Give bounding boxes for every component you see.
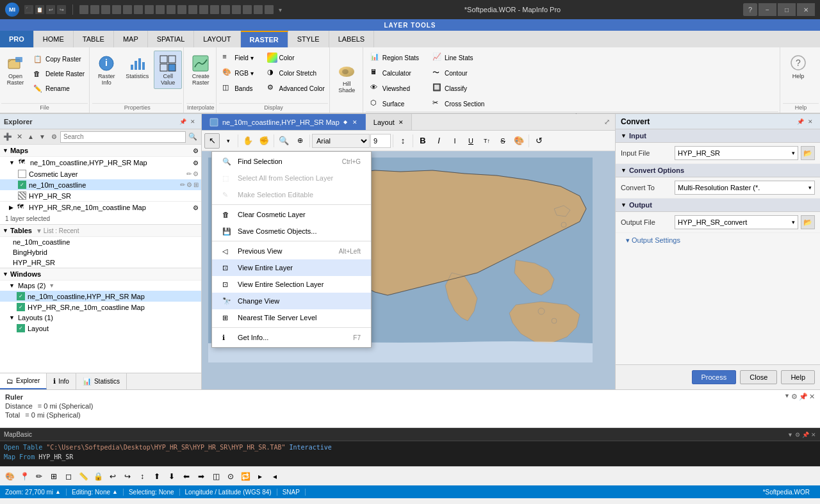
surface-button[interactable]: ⬡ Surface — [366, 97, 427, 111]
ctx-clear-cosmetic[interactable]: 🗑 Clear Cosmetic Layer — [212, 206, 371, 223]
select-tool-btn[interactable]: ↖ — [204, 133, 220, 149]
coastline-edit-icon[interactable]: ✏ — [180, 181, 185, 188]
toolbar-icon-1[interactable] — [79, 5, 88, 14]
mapbasic-content[interactable]: Open Table "C:\Users\Softpedia\Desktop\H… — [0, 441, 820, 466]
rgb-button[interactable]: 🎨 RGB ▾ — [219, 66, 256, 80]
close-convert-button[interactable]: Close — [740, 370, 777, 384]
ruler-close-icon[interactable]: ✕ — [809, 393, 815, 401]
bottom-ruler-tool[interactable]: 📏 — [76, 469, 90, 484]
tool-dropdown[interactable]: ▾ — [220, 133, 236, 149]
map-tab-main[interactable]: ne_10m_coastline,HYP_HR_SR Map ◆ ✕ — [202, 114, 366, 130]
close-button[interactable]: ✕ — [797, 3, 815, 16]
coastline-extra-icon[interactable]: ⊞ — [193, 181, 199, 188]
map-tab-layout-close[interactable]: ✕ — [398, 119, 404, 126]
bands-button[interactable]: ◫ Bands — [219, 81, 256, 95]
font-selector[interactable]: Arial — [312, 134, 370, 148]
tab-spatial[interactable]: SPATIAL — [148, 31, 195, 47]
cell-value-button[interactable]: CellValue — [154, 51, 182, 89]
map1-settings-icon[interactable]: ⚙ — [193, 159, 199, 167]
zoom-tool-btn[interactable]: 🔍 — [276, 133, 291, 149]
field-button[interactable]: ≡ Field ▾ — [219, 51, 256, 65]
maximize-button[interactable]: □ — [778, 3, 796, 16]
advanced-color-button[interactable]: ⚙ Advanced Color — [264, 81, 328, 95]
bottom-circle-tool[interactable]: ⊙ — [224, 469, 238, 484]
copy-raster-button[interactable]: 📋 Copy Raster — [30, 52, 88, 66]
create-raster-button[interactable]: CreateRaster — [186, 51, 215, 89]
region-stats-button[interactable]: 📊 Region Stats — [366, 51, 427, 65]
map1-item[interactable]: ▼ 🗺 ne_10m_coastline,HYP_HR_SR Map ⚙ — [0, 157, 201, 168]
ruler-pin-icon[interactable]: 📌 — [799, 393, 808, 401]
mapbasic-close-icon[interactable]: ✕ — [811, 432, 816, 438]
toolbar-icon-2[interactable] — [90, 5, 99, 14]
output-section-header[interactable]: ▼ Output — [616, 199, 820, 212]
viewshed-button[interactable]: 👁 Viewshed — [366, 81, 427, 95]
raster-info-button[interactable]: i RasterInfo — [92, 51, 120, 89]
toolbar-icon-10[interactable] — [177, 5, 186, 14]
window-map2-checkbox[interactable]: ✓ — [17, 303, 25, 311]
convert-close-icon[interactable]: ✕ — [806, 117, 815, 126]
tab-labels[interactable]: LABELS — [329, 31, 375, 47]
bottom-pin-tool[interactable]: 📍 — [17, 469, 31, 484]
bottom-grid-tool[interactable]: ⊞ — [47, 469, 61, 484]
search-button[interactable]: 🔍 — [187, 131, 199, 143]
mapbasic-pin-icon[interactable]: 📌 — [802, 432, 809, 438]
bottom-layer-tool[interactable]: ◫ — [209, 469, 223, 484]
table-ne10m[interactable]: ne_10m_coastline — [0, 237, 201, 247]
contour-button[interactable]: 〜 Contour — [428, 66, 489, 80]
minimize-button[interactable]: − — [758, 3, 776, 16]
color-pick-btn[interactable]: 🎨 — [511, 133, 527, 149]
toolbar-icon-9[interactable] — [167, 5, 176, 14]
mapbasic-settings-icon[interactable]: ⚙ — [795, 432, 800, 438]
bottom-undo-tool[interactable]: ↩ — [106, 469, 120, 484]
table-hyp[interactable]: HYP_HR_SR — [0, 257, 201, 268]
explorer-pin-icon[interactable]: 📌 — [178, 117, 187, 126]
tab-statistics[interactable]: 📊 Statistics — [76, 373, 127, 389]
window-layout1-checkbox[interactable]: ✓ — [17, 324, 25, 332]
toolbar-icon-17[interactable] — [254, 5, 263, 14]
rename-button[interactable]: ✏️ Rename — [30, 81, 88, 95]
tab-explorer[interactable]: 🗂 Explorer — [0, 373, 47, 389]
output-settings-row[interactable]: ▾ Output Settings — [616, 233, 820, 248]
tab-pro[interactable]: PRO — [0, 31, 34, 47]
input-section-header[interactable]: ▼ Input — [616, 129, 820, 143]
cross-section-button[interactable]: ✂ Cross Section — [428, 97, 489, 111]
help-convert-button[interactable]: Help — [781, 370, 815, 384]
toolbar-icon-8[interactable] — [156, 5, 165, 14]
map2-item[interactable]: ▶ 🗺 HYP_HR_SR,ne_10m_coastline Map ⚙ — [0, 201, 201, 213]
bottom-refresh-tool[interactable]: 🔁 — [238, 469, 252, 484]
bottom-left-tool[interactable]: ⬅ — [179, 469, 193, 484]
explorer-settings-icon[interactable]: ⚙ — [49, 132, 59, 142]
input-file-browse[interactable]: 📂 — [801, 146, 815, 160]
open-raster-button[interactable]: OpenRaster — [1, 51, 29, 89]
toolbar-icon-13[interactable] — [210, 5, 219, 14]
hyp-layer-item[interactable]: HYP_HR_SR — [0, 190, 201, 201]
convert-pin-icon[interactable]: 📌 — [796, 117, 805, 126]
bottom-down-tool[interactable]: ⬇ — [165, 469, 179, 484]
map-area-expand-icon[interactable]: ⤢ — [599, 114, 615, 130]
search-input[interactable] — [60, 131, 186, 143]
toolbar-icon-15[interactable] — [232, 5, 241, 14]
line-stats-button[interactable]: 📈 Line Stats — [428, 51, 489, 65]
maps-windows-header[interactable]: ▼ Maps (2) ▼ — [0, 280, 201, 291]
toolbar-icon-11[interactable] — [188, 5, 197, 14]
tab-table[interactable]: TABLE — [74, 31, 114, 47]
adjust-btn[interactable]: ↕ — [395, 133, 411, 149]
layouts-windows-header[interactable]: ▼ Layouts (1) — [0, 313, 201, 323]
statistics-button[interactable]: Statistics — [122, 51, 152, 83]
window-map1-checkbox[interactable]: ✓ — [17, 292, 25, 300]
bottom-right-tool[interactable]: ➡ — [194, 469, 208, 484]
window-map1[interactable]: ✓ ne_10m_coastline,HYP_HR_SR Map — [0, 291, 201, 302]
tables-section-header[interactable]: ▼ Tables ▼ List : Recent — [0, 224, 201, 237]
font-size-input[interactable] — [370, 134, 391, 148]
strikethrough-btn[interactable]: S — [495, 133, 511, 149]
output-file-browse[interactable]: 📂 — [801, 215, 815, 229]
ctx-nearest-tile[interactable]: ⊞ Nearest Tile Server Level — [212, 309, 371, 326]
zoom-up-icon[interactable]: ▲ — [55, 489, 61, 495]
ctx-previous-view[interactable]: ◁ Previous View Alt+Left — [212, 243, 371, 259]
bottom-color-tool[interactable]: 🎨 — [3, 469, 17, 484]
toolbar-icon-4[interactable] — [112, 5, 121, 14]
ctx-view-selection[interactable]: ⊡ View Entire Selection Layer — [212, 276, 371, 293]
explorer-down-icon[interactable]: ▼ — [37, 132, 47, 142]
table-bing[interactable]: BingHybrid — [0, 247, 201, 257]
explorer-up-icon[interactable]: ▲ — [26, 132, 36, 142]
